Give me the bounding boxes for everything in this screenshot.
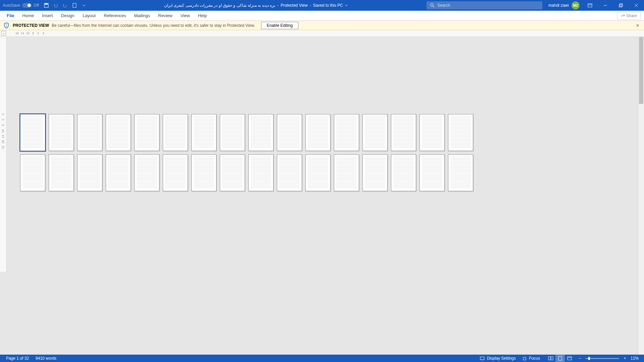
- page-thumbnail[interactable]: [20, 154, 45, 191]
- tab-design[interactable]: Design: [57, 11, 79, 21]
- page-thumbnail[interactable]: [77, 114, 102, 151]
- page-thumbnail[interactable]: [248, 114, 274, 151]
- page-thumbnail[interactable]: [277, 154, 302, 191]
- close-button[interactable]: [629, 0, 644, 11]
- page-content-preview: [222, 157, 243, 189]
- page-thumbnail[interactable]: [305, 114, 331, 151]
- page-thumbnail[interactable]: [20, 114, 45, 151]
- page-thumbnail[interactable]: [334, 114, 359, 151]
- maximize-button[interactable]: [613, 0, 629, 11]
- web-layout-button[interactable]: [565, 355, 574, 362]
- page-content-preview: [251, 157, 271, 189]
- autosave-toggle[interactable]: AutoSave Off: [0, 3, 42, 8]
- tab-insert[interactable]: Insert: [38, 11, 57, 21]
- read-mode-button[interactable]: [546, 355, 555, 362]
- svg-rect-13: [6, 25, 7, 27]
- enable-editing-button[interactable]: Enable Editing: [261, 22, 298, 29]
- focus-mode-button[interactable]: Focus: [519, 356, 543, 361]
- doc-properties-button[interactable]: [70, 0, 79, 11]
- horizontal-ruler[interactable]: ⌐ 18 14 10 6 2 2: [0, 30, 644, 37]
- tab-layout[interactable]: Layout: [79, 11, 100, 21]
- page-content-preview: [279, 116, 300, 149]
- user-account-area[interactable]: mahdi ziaei MZ: [546, 1, 582, 9]
- page-content-preview: [165, 116, 186, 149]
- page-thumbnail[interactable]: [106, 154, 131, 191]
- page-thumbnail[interactable]: [277, 114, 302, 151]
- page-content-preview: [308, 157, 328, 189]
- word-count-status[interactable]: 9410 words: [32, 356, 60, 361]
- page-thumbnail[interactable]: [248, 154, 274, 191]
- tab-review[interactable]: Review: [154, 11, 177, 21]
- document-icon: [72, 3, 77, 8]
- page-thumbnail[interactable]: [106, 114, 131, 151]
- page-content-preview: [365, 116, 385, 149]
- page-thumbnail[interactable]: [334, 154, 359, 191]
- page-thumbnail[interactable]: [362, 114, 388, 151]
- user-name-label: mahdi ziaei: [548, 3, 569, 8]
- pages-grid: [7, 37, 638, 205]
- page-thumbnail[interactable]: [419, 114, 445, 151]
- page-thumbnail[interactable]: [77, 154, 102, 191]
- page-content-preview: [422, 157, 442, 189]
- page-thumbnail[interactable]: [391, 154, 416, 191]
- print-layout-button[interactable]: [555, 355, 565, 362]
- scrollbar-thumb[interactable]: [639, 37, 643, 104]
- zoom-percentage[interactable]: 11%: [628, 356, 641, 361]
- search-icon: [430, 3, 435, 8]
- page-thumbnail[interactable]: [362, 154, 388, 191]
- save-button[interactable]: [42, 0, 51, 11]
- zoom-slider[interactable]: [586, 358, 619, 359]
- page-thumbnail[interactable]: [191, 154, 216, 191]
- page-thumbnail[interactable]: [305, 154, 331, 191]
- ruler-mark: 22: [1, 146, 5, 149]
- page-thumbnail[interactable]: [163, 154, 188, 191]
- page-thumbnail[interactable]: [191, 114, 216, 151]
- page-thumbnail[interactable]: [134, 154, 159, 191]
- redo-button[interactable]: [60, 0, 70, 11]
- ribbon-display-options-button[interactable]: [582, 0, 598, 11]
- tab-references[interactable]: References: [100, 11, 130, 21]
- tab-selector-icon[interactable]: ⌐: [1, 31, 6, 36]
- page-thumbnail[interactable]: [391, 114, 416, 151]
- customize-qat-button[interactable]: [79, 0, 89, 11]
- search-input[interactable]: [437, 3, 539, 8]
- vertical-scrollbar[interactable]: [638, 37, 644, 355]
- page-content-preview: [22, 157, 43, 189]
- zoom-out-button[interactable]: −: [577, 355, 583, 361]
- tab-home[interactable]: Home: [18, 11, 38, 21]
- page-thumbnail[interactable]: [448, 114, 473, 151]
- ruler-mark: 2: [37, 32, 39, 35]
- svg-rect-21: [567, 357, 572, 360]
- page-content-preview: [365, 157, 385, 189]
- minimize-button[interactable]: [598, 0, 613, 11]
- focus-label: Focus: [529, 356, 540, 361]
- tab-mailings[interactable]: Mailings: [130, 11, 154, 21]
- close-protected-bar-button[interactable]: ✕: [635, 22, 641, 29]
- undo-button[interactable]: [51, 0, 60, 11]
- page-number-status[interactable]: Page 1 of 32: [3, 356, 32, 361]
- page-thumbnail[interactable]: [163, 114, 188, 151]
- display-settings-button[interactable]: Display Settings: [477, 356, 519, 361]
- status-bar: Page 1 of 32 9410 words Display Settings…: [0, 355, 644, 362]
- page-thumbnail[interactable]: [419, 154, 445, 191]
- tab-file[interactable]: File: [3, 11, 18, 21]
- page-thumbnail[interactable]: [448, 154, 473, 191]
- share-label: Share: [626, 13, 637, 18]
- ruler-mark: 14: [21, 32, 24, 35]
- page-thumbnail[interactable]: [220, 114, 245, 151]
- page-thumbnail[interactable]: [49, 154, 74, 191]
- share-button[interactable]: Share: [617, 12, 641, 20]
- page-thumbnail[interactable]: [49, 114, 74, 151]
- page-thumbnail[interactable]: [220, 154, 245, 191]
- document-area[interactable]: [7, 37, 638, 355]
- zoom-in-button[interactable]: +: [622, 355, 628, 361]
- ruler-mark: 10: [1, 130, 5, 133]
- page-content-preview: [51, 116, 71, 149]
- search-box[interactable]: [427, 1, 542, 9]
- tab-view[interactable]: View: [177, 11, 194, 21]
- page-thumbnail[interactable]: [134, 114, 159, 151]
- tab-help[interactable]: Help: [194, 11, 211, 21]
- saved-location-label[interactable]: Saved to this PC: [313, 3, 343, 8]
- vertical-ruler[interactable]: 2 2 6 10 14 18 22: [0, 37, 7, 272]
- page-content-preview: [80, 157, 100, 189]
